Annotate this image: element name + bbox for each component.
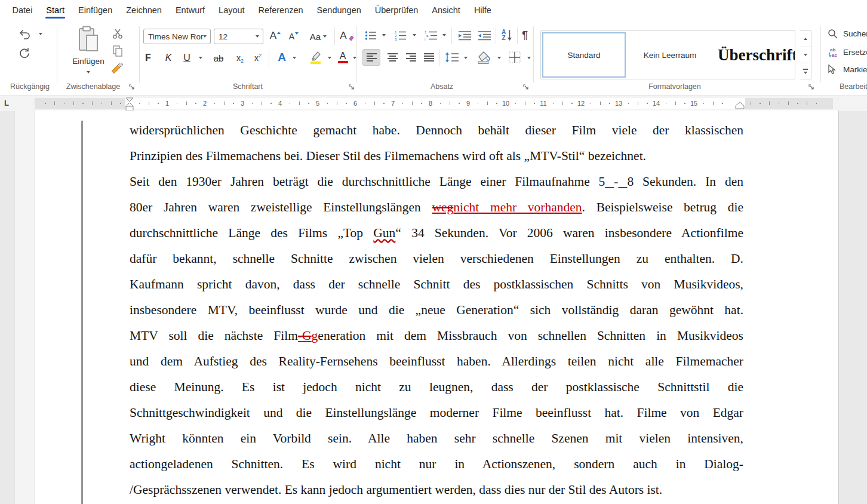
doc-line[interactable]: Kaufmann spricht davon, dass der schnell…: [130, 272, 743, 297]
replace-button[interactable]: abac Ersetzen: [828, 47, 867, 57]
doc-segment: diese Meinung. Es ist jedoch nicht zu le…: [130, 380, 743, 394]
cut-button[interactable]: [111, 27, 124, 39]
align-center-button[interactable]: [384, 49, 401, 66]
paragraph-dialog-launcher[interactable]: [523, 84, 530, 91]
redo-button[interactable]: [16, 45, 33, 61]
ribbon-tab-ansicht[interactable]: Ansicht: [425, 0, 468, 20]
text-highlight-button[interactable]: [306, 49, 324, 66]
style-kein-leerraum[interactable]: Kein Leerraum: [628, 32, 712, 78]
doc-line[interactable]: Schnittgeschwindigkeit und die Einstellu…: [130, 400, 743, 426]
doc-line[interactable]: durchschnittliche Länge des Films „Top G…: [130, 220, 743, 246]
tab-selector[interactable]: L: [4, 99, 9, 107]
doc-line[interactable]: /Gesprächsszenen verwendet. Es kann jedo…: [130, 477, 743, 503]
font-color-button[interactable]: A: [336, 49, 350, 66]
decrease-indent-button[interactable]: [456, 27, 473, 43]
justify-button[interactable]: [420, 49, 437, 66]
borders-dropdown[interactable]: [525, 55, 533, 61]
style-ueberschrift-1[interactable]: Überschrift: [713, 32, 795, 78]
doc-line[interactable]: 80er Jahren waren zweistellige Einstellu…: [130, 195, 743, 220]
ribbon-tab-referenzen[interactable]: Referenzen: [251, 0, 310, 20]
doc-line[interactable]: widersprüchlichen Geschichte gemacht hab…: [130, 118, 743, 143]
ribbon-tab-hilfe[interactable]: Hilfe: [467, 0, 498, 20]
underline-button[interactable]: U: [181, 50, 193, 66]
right-indent-marker[interactable]: [735, 102, 745, 109]
align-right-button[interactable]: [402, 49, 419, 66]
line-spacing-button[interactable]: [443, 49, 461, 66]
paste-dropdown[interactable]: [84, 69, 93, 75]
text-effects-dropdown[interactable]: [291, 55, 298, 61]
dialog-launcher-icon: [523, 84, 530, 91]
find-button[interactable]: Suchen: [828, 29, 867, 39]
font-dialog-launcher[interactable]: [349, 84, 356, 91]
decrease-indent-icon: [458, 30, 472, 41]
font-name-combo[interactable]: Times New Roman: [143, 29, 211, 44]
shading-button[interactable]: [474, 49, 494, 66]
left-indent-markers[interactable]: [124, 97, 135, 111]
sort-button[interactable]: A Z: [499, 26, 515, 44]
bullets-button[interactable]: [363, 27, 379, 43]
format-painter-button[interactable]: [110, 62, 125, 74]
show-paragraph-marks-button[interactable]: ¶: [517, 26, 533, 44]
underline-dropdown[interactable]: [197, 55, 204, 61]
styles-more-button[interactable]: [800, 63, 811, 79]
clipboard-dialog-launcher[interactable]: [129, 84, 136, 91]
ribbon-tab-überprüfen[interactable]: Überprüfen: [368, 0, 425, 20]
doc-line[interactable]: Prinzipien des Filmemachens bei. Dieser …: [130, 143, 743, 169]
text-effects-button[interactable]: A: [275, 49, 289, 66]
ribbon-tab-sendungen[interactable]: Sendungen: [310, 0, 368, 20]
align-left-button[interactable]: [362, 49, 380, 66]
doc-line[interactable]: diese Meinung. Es ist jedoch nicht zu le…: [130, 374, 743, 400]
bold-button[interactable]: F: [142, 50, 154, 66]
style-standard[interactable]: Standard: [542, 32, 626, 78]
ribbon-tab-entwurf[interactable]: Entwurf: [168, 0, 211, 20]
ribbon-tab-datei[interactable]: Datei: [5, 0, 39, 20]
grow-font-button[interactable]: A: [267, 27, 284, 44]
line-spacing-dropdown[interactable]: [462, 55, 469, 61]
borders-button[interactable]: [506, 49, 524, 66]
strikethrough-button[interactable]: ab: [210, 50, 227, 66]
italic-button[interactable]: K: [162, 50, 174, 66]
ruler[interactable]: L 123456789101112131415: [0, 96, 867, 111]
numbering-dropdown[interactable]: [411, 32, 418, 38]
styles-scroll-up-button[interactable]: [800, 31, 811, 47]
multilevel-dropdown[interactable]: [441, 32, 448, 38]
styles-scroll-down-button[interactable]: [800, 47, 811, 63]
numbering-button[interactable]: 123: [393, 27, 408, 43]
ruler-tick: [149, 102, 149, 105]
increase-indent-button[interactable]: [476, 27, 493, 43]
font-size-combo[interactable]: 12: [214, 29, 263, 44]
bullets-dropdown[interactable]: [380, 32, 388, 38]
text-highlight-dropdown[interactable]: [326, 55, 333, 61]
copy-button[interactable]: [111, 44, 124, 57]
superscript-button[interactable]: x2: [251, 50, 265, 66]
doc-line[interactable]: actiongeladenen Schnitten. Es wird nicht…: [130, 451, 743, 477]
clear-formatting-button[interactable]: A: [338, 27, 356, 44]
document-text[interactable]: widersprüchlichen Geschichte gemacht hab…: [130, 118, 743, 503]
group-separator: [820, 26, 821, 82]
change-case-button[interactable]: Aa: [307, 29, 330, 44]
doc-line[interactable]: Wright könnten ein Vorbild sein. Alle ha…: [130, 426, 743, 451]
ribbon-tab-layout[interactable]: Layout: [212, 0, 252, 20]
ruler-tick: [233, 103, 234, 104]
shrink-font-button[interactable]: A: [286, 29, 302, 44]
doc-line[interactable]: dafür bekannt, schnelle Schnitte zwische…: [130, 246, 743, 272]
paste-button[interactable]: [73, 25, 104, 56]
doc-line[interactable]: und dem Aufstieg des Reality-Fernsehens …: [130, 349, 743, 374]
ribbon-tab-start[interactable]: Start: [39, 0, 72, 20]
font-color-dropdown[interactable]: [351, 55, 358, 61]
multilevel-list-button[interactable]: 1ai: [423, 27, 439, 43]
select-button[interactable]: Markieren: [828, 64, 867, 75]
shading-dropdown[interactable]: [496, 55, 503, 61]
doc-line[interactable]: Seit den 1930er Jahren beträgt die durch…: [130, 169, 743, 195]
undo-button[interactable]: [14, 26, 35, 42]
ruler-tick: [628, 103, 629, 104]
doc-line[interactable]: MTV soll die nächste Film-Ggeneration mi…: [130, 323, 743, 349]
subscript-button[interactable]: x2: [233, 50, 247, 66]
ribbon-tab-zeichnen[interactable]: Zeichnen: [119, 0, 169, 20]
styles-dialog-launcher[interactable]: [808, 84, 816, 91]
ribbon-tab-einfügen[interactable]: Einfügen: [71, 0, 119, 20]
dialog-launcher-icon: [349, 84, 355, 91]
ruler-tick: [327, 103, 328, 104]
undo-dropdown[interactable]: [37, 31, 44, 37]
doc-line[interactable]: insbesondere MTV, beeinflusst wurde und …: [130, 297, 743, 323]
